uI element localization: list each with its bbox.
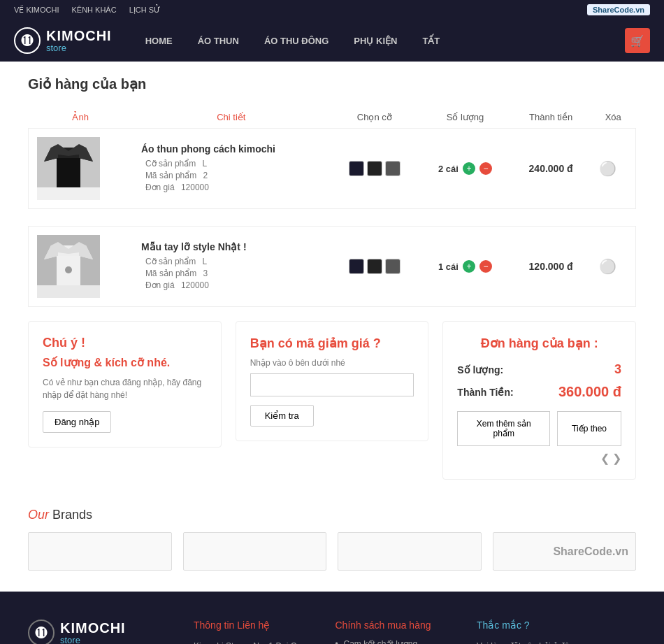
main-nav: ⓫ KIMOCHI store HOME ÁO THUN ÁO THU ĐÔNG… xyxy=(0,20,664,62)
next-button[interactable]: Tiếp theo xyxy=(557,411,621,446)
col-header-anh: Ảnh xyxy=(29,106,133,129)
product-don-gia-2: Đơn giá 120000 xyxy=(141,280,322,290)
notice-subtitle: Số lượng & kích cỡ nhé. xyxy=(43,356,207,369)
swatch-black-1[interactable] xyxy=(367,161,382,176)
col-header-chonco: Chọn cỡ xyxy=(330,106,419,129)
top-link-about[interactable]: VỀ KIMOCHI xyxy=(14,6,59,15)
table-row: Áo thun phong cách kimochi Cỡ sản phẩm L… xyxy=(29,129,636,209)
qty-plus-2[interactable]: + xyxy=(463,260,475,273)
brand-box-4: ShareCode.vn xyxy=(493,532,637,571)
footer-question-link[interactable]: Thắc mắc ? xyxy=(477,620,530,631)
qty-minus-2[interactable]: − xyxy=(479,260,492,273)
product-detail-2: Mẫu tay lỡ style Nhật ! Cỡ sản phẩm L Mã… xyxy=(141,241,322,290)
footer-address: Kimochi Store - No. 1 Dai Co Viet, Hai B… xyxy=(194,639,315,644)
footer-question-title: Thắc mắc ? xyxy=(477,620,636,631)
brands-section: Our Brands ShareCode.vn xyxy=(0,494,664,592)
check-coupon-button[interactable]: Kiểm tra xyxy=(250,405,314,427)
footer-contact-col: Thông tin Liên hệ Kimochi Store - No. 1 … xyxy=(194,620,315,644)
delete-cell-1: ⚪ xyxy=(591,129,636,209)
product-image-2 xyxy=(37,235,100,298)
cart-table: Ảnh Chi tiết Chọn cỡ Số lượng Thành tiền… xyxy=(28,106,636,307)
product-image-1 xyxy=(37,137,100,200)
order-actions: Xem thêm sản phẩm Tiếp theo xyxy=(457,411,621,446)
color-swatch-cell-1 xyxy=(330,129,419,209)
product-image-cell-2 xyxy=(29,227,133,307)
page-content: Giỏ hàng của bạn Ảnh Chi tiết Chọn cỡ Số… xyxy=(0,62,664,494)
svg-rect-4 xyxy=(37,187,100,200)
swatch-dark-1[interactable] xyxy=(349,161,364,176)
notice-title: Chú ý ! xyxy=(43,336,207,350)
brand-box-3 xyxy=(338,532,482,571)
brands-title: Our Brands xyxy=(28,508,636,522)
brands-our: Our xyxy=(28,508,49,522)
order-total-value: 360.000 đ xyxy=(558,384,621,400)
color-swatch-cell-2 xyxy=(330,227,419,307)
product-detail-cell-1: Áo thun phong cách kimochi Cỡ sản phẩm L… xyxy=(133,129,330,209)
coupon-title: Bạn có mã giảm giá ? xyxy=(250,336,414,351)
price-cell-2: 120.000 đ xyxy=(511,227,591,307)
brand-box-2 xyxy=(183,532,327,571)
brands-label: Brands xyxy=(52,508,92,522)
order-total-row: Thành Tiền: 360.000 đ xyxy=(457,384,621,400)
svg-rect-10 xyxy=(37,285,100,298)
col-header-chitiet: Chi tiết xyxy=(133,106,330,129)
sharecode-badge: ShareCode.vn xyxy=(587,4,650,15)
top-link-history[interactable]: LỊCH SỬ xyxy=(129,6,160,15)
swatch-dark-2[interactable] xyxy=(349,259,364,274)
order-qty-row: Số lượng: 3 xyxy=(457,362,621,377)
nav-tat[interactable]: TẤT xyxy=(410,20,452,62)
footer-contact-link[interactable]: Liên hệ xyxy=(237,620,270,631)
swatch-black-2[interactable] xyxy=(367,259,382,274)
product-detail-cell-2: Mẫu tay lỡ style Nhật ! Cỡ sản phẩm L Mã… xyxy=(133,227,330,307)
footer-brand-sub: store xyxy=(60,636,126,644)
color-swatches-2 xyxy=(338,259,411,274)
product-detail-1: Áo thun phong cách kimochi Cỡ sản phẩm L… xyxy=(141,143,322,192)
product-ma-label-2: Mã sản phẩm 3 xyxy=(141,269,322,278)
nav-phu-kien[interactable]: PHỤ KIỆN xyxy=(341,20,410,62)
footer-top: ⓫ KIMOCHI store Thông tin Liên hệ Kimoch… xyxy=(28,620,636,644)
nav-home[interactable]: HOME xyxy=(133,20,185,62)
bottom-section: Chú ý ! Số lượng & kích cỡ nhé. Có vẻ nh… xyxy=(28,321,636,480)
brand-box-1 xyxy=(28,532,172,571)
page-title: Giỏ hàng của bạn xyxy=(28,76,636,92)
product-price-2: 120.000 đ xyxy=(519,261,582,272)
delete-button-2[interactable]: ⚪ xyxy=(599,258,616,275)
footer-logo: ⓫ KIMOCHI store xyxy=(28,620,173,644)
cart-icon[interactable]: 🛒 xyxy=(625,28,650,53)
coupon-input[interactable] xyxy=(250,373,414,396)
qty-plus-1[interactable]: + xyxy=(463,162,475,175)
logo[interactable]: ⓫ KIMOCHI store xyxy=(14,27,112,54)
swatch-gray-1[interactable] xyxy=(385,161,400,176)
qty-minus-1[interactable]: − xyxy=(479,162,492,175)
footer-policy-link[interactable]: mua hàng xyxy=(387,620,431,631)
login-button[interactable]: Đăng nhập xyxy=(43,411,111,433)
top-link-channel[interactable]: KÊNH KHÁC xyxy=(71,6,116,15)
order-summary-title: Đơn hàng của bạn : xyxy=(457,336,621,351)
price-cell-1: 240.000 đ xyxy=(511,129,591,209)
delete-cell-2: ⚪ xyxy=(591,227,636,307)
delete-button-1[interactable]: ⚪ xyxy=(599,160,616,177)
swatch-gray-2[interactable] xyxy=(385,259,400,274)
col-header-xoa: Xóa xyxy=(591,106,636,129)
top-bar-links: VỀ KIMOCHI KÊNH KHÁC LỊCH SỬ xyxy=(14,6,160,15)
brands-row: ShareCode.vn xyxy=(28,532,636,571)
product-name-1: Áo thun phong cách kimochi xyxy=(141,143,322,155)
brand-name: KIMOCHI xyxy=(46,28,112,43)
order-qty-label: Số lượng: xyxy=(457,364,503,375)
qty-cell-2: 1 cái + − xyxy=(419,227,512,307)
nav-ao-thun[interactable]: ÁO THUN xyxy=(185,20,252,62)
table-row: Mẫu tay lỡ style Nhật ! Cỡ sản phẩm L Mã… xyxy=(29,227,636,307)
footer-policy-list: Cam kết chất lượng Chính sách đổi trả Ch… xyxy=(335,639,456,644)
logo-icon: ⓫ xyxy=(14,27,41,54)
qty-control-2: 1 cái + − xyxy=(428,260,503,273)
nav-ao-thu-dong[interactable]: ÁO THU ĐÔNG xyxy=(252,20,341,62)
footer-logo-text: KIMOCHI store xyxy=(60,620,126,644)
svg-point-9 xyxy=(65,266,72,273)
more-products-button[interactable]: Xem thêm sản phẩm xyxy=(457,411,550,446)
product-name-2: Mẫu tay lỡ style Nhật ! xyxy=(141,241,322,252)
footer-question-text: Vui lòng đặt câu hỏi ở đây xyxy=(477,639,636,644)
nav-links: HOME ÁO THUN ÁO THU ĐÔNG PHỤ KIỆN TẤT xyxy=(133,20,625,62)
list-item: Cam kết chất lượng xyxy=(335,639,456,644)
product-ma-label-1: Mã sản phẩm 2 xyxy=(141,171,322,180)
footer-brand-name: KIMOCHI xyxy=(60,620,126,636)
